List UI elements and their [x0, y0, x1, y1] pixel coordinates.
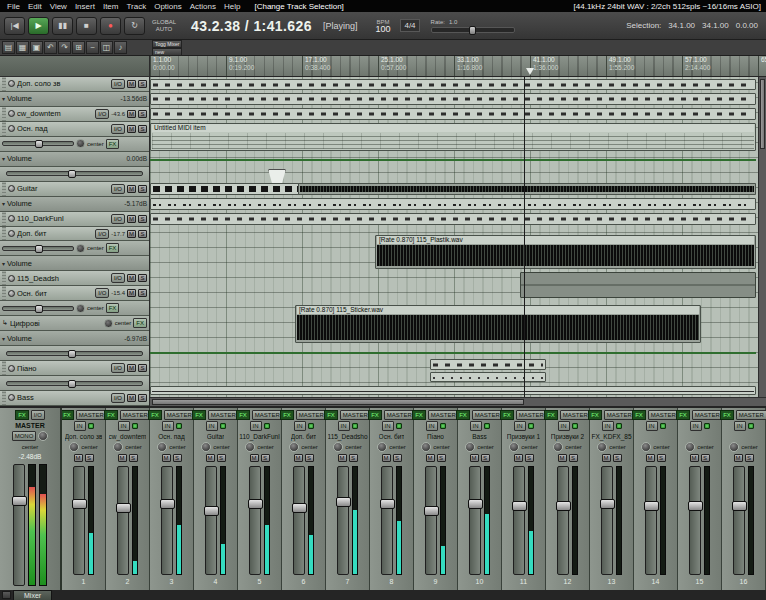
io-button[interactable]: I/O	[111, 79, 125, 89]
strip-input-button[interactable]: IN	[294, 421, 306, 431]
strip-solo-button[interactable]: S	[261, 454, 270, 462]
vertical-scrollbar[interactable]	[758, 77, 766, 397]
timeline-ruler[interactable]: 1.1.000:00.009.1.000:19.20017.1.000:38.4…	[150, 56, 766, 77]
strip-master-send-button[interactable]: MASTER	[516, 410, 547, 420]
strip-fader-handle[interactable]	[160, 499, 175, 509]
record-arm-led[interactable]	[308, 423, 314, 429]
track-grip-handle[interactable]	[2, 212, 6, 226]
fx-button[interactable]: FX	[106, 243, 120, 253]
record-arm-led[interactable]	[264, 423, 270, 429]
strip-pan-knob[interactable]	[69, 442, 79, 452]
track-name[interactable]: 115_Deadsh	[17, 274, 109, 283]
strip-name[interactable]: Доп. соло зв	[65, 432, 103, 441]
mute-button[interactable]: M	[127, 230, 136, 238]
record-arm-led[interactable]	[220, 423, 226, 429]
solo-button[interactable]: S	[138, 185, 147, 193]
strip-name[interactable]: Bass	[472, 432, 486, 441]
record-arm-led[interactable]	[88, 423, 94, 429]
strip-volume-fader[interactable]	[161, 466, 173, 575]
global-auto-label[interactable]: GLOBAL AUTO	[152, 19, 176, 33]
mixer-strip[interactable]: FXMASTERINПризвуки 2centerMS12	[546, 408, 590, 590]
strip-master-send-button[interactable]: MASTER	[164, 410, 195, 420]
record-arm-led[interactable]	[352, 423, 358, 429]
mixer-strip[interactable]: FXMASTERINcw_downtemcenterMS2	[106, 408, 150, 590]
strip-volume-fader[interactable]	[73, 466, 85, 575]
track-volume-slider[interactable]	[2, 246, 74, 251]
record-arm-button[interactable]	[8, 394, 15, 401]
strip-mute-button[interactable]: M	[250, 454, 259, 462]
track-name[interactable]: Осн. пад	[17, 124, 109, 133]
strip-solo-button[interactable]: S	[217, 454, 226, 462]
mixer-strip[interactable]: FXMASTERINДоп. битcenterMS6	[282, 408, 326, 590]
mute-button[interactable]: M	[127, 215, 136, 223]
strip-mute-button[interactable]: M	[646, 454, 655, 462]
record-arm-led[interactable]	[572, 423, 578, 429]
strip-solo-button[interactable]: S	[437, 454, 446, 462]
volume-slider-thumb[interactable]	[35, 305, 43, 313]
strip-pan-knob[interactable]	[641, 442, 651, 452]
fx-button[interactable]: FX	[133, 318, 147, 328]
strip-volume-fader[interactable]	[645, 466, 657, 575]
strip-mute-button[interactable]: M	[162, 454, 171, 462]
metronome-icon[interactable]: ♪	[114, 41, 127, 54]
strip-solo-button[interactable]: S	[349, 454, 358, 462]
strip-fx-button[interactable]: FX	[412, 410, 426, 420]
mono-button[interactable]: MONO	[12, 431, 37, 441]
track-volume-slider[interactable]	[6, 171, 143, 176]
mixer-strip[interactable]: FXMASTERINBasscenterMS10	[458, 408, 502, 590]
track-name[interactable]: Піано	[17, 364, 109, 373]
strip-volume-fader[interactable]	[733, 466, 745, 575]
strip-input-button[interactable]: IN	[382, 421, 394, 431]
io-button[interactable]: I/O	[111, 214, 125, 224]
redo-icon[interactable]: ↷	[58, 41, 71, 54]
track-volume-slider[interactable]	[6, 381, 143, 386]
envelope-icon[interactable]: ~	[86, 41, 99, 54]
master-fader-handle[interactable]	[12, 496, 27, 506]
strip-pan-knob[interactable]	[377, 442, 387, 452]
media-item[interactable]: [Rate 0.870] 115_Plastik.wav	[375, 235, 756, 269]
solo-button[interactable]: S	[138, 289, 147, 297]
horizontal-scrollbar-thumb[interactable]	[152, 399, 524, 405]
rate-slider[interactable]	[431, 27, 515, 33]
stop-button[interactable]: ■	[76, 17, 97, 35]
track-name[interactable]: Осн. бит	[17, 289, 93, 298]
strip-fader-handle[interactable]	[424, 506, 439, 516]
media-item[interactable]	[430, 359, 546, 370]
strip-input-button[interactable]: IN	[74, 421, 86, 431]
bpm-box[interactable]: BPM 100	[375, 19, 390, 33]
strip-mute-button[interactable]: M	[690, 454, 699, 462]
strip-solo-button[interactable]: S	[393, 454, 402, 462]
record-arm-button[interactable]	[8, 290, 15, 297]
strip-mute-button[interactable]: M	[382, 454, 391, 462]
strip-solo-button[interactable]: S	[481, 454, 490, 462]
strip-mute-button[interactable]: M	[74, 454, 83, 462]
track-grip-handle[interactable]	[2, 122, 6, 136]
strip-master-send-button[interactable]: MASTER	[384, 410, 415, 420]
pause-button[interactable]: ▮▮	[52, 17, 73, 35]
record-arm-led[interactable]	[484, 423, 490, 429]
strip-mute-button[interactable]: M	[514, 454, 523, 462]
track-name[interactable]: Bass	[17, 393, 109, 402]
strip-fx-button[interactable]: FX	[280, 410, 294, 420]
io-button[interactable]: I/O	[95, 229, 109, 239]
mixer-strip[interactable]: FXMASTERINПризвуки 1centerMS11	[502, 408, 546, 590]
strip-input-button[interactable]: IN	[118, 421, 130, 431]
strip-fx-button[interactable]: FX	[720, 410, 734, 420]
strip-solo-button[interactable]: S	[85, 454, 94, 462]
strip-pan-knob[interactable]	[509, 442, 519, 452]
strip-master-send-button[interactable]: MASTER	[560, 410, 591, 420]
strip-pan-knob[interactable]	[333, 442, 343, 452]
strip-solo-button[interactable]: S	[305, 454, 314, 462]
io-button[interactable]: I/O	[111, 393, 125, 403]
strip-pan-knob[interactable]	[465, 442, 475, 452]
ruler-mark[interactable]: 41.1.001:36.000	[530, 56, 558, 76]
volume-slider-thumb[interactable]	[68, 380, 76, 388]
record-arm-button[interactable]	[8, 185, 15, 192]
media-item[interactable]	[150, 386, 756, 395]
new-project-icon[interactable]: ▤	[2, 41, 15, 54]
strip-pan-knob[interactable]	[597, 442, 607, 452]
strip-volume-fader[interactable]	[205, 466, 217, 575]
strip-mute-button[interactable]: M	[294, 454, 303, 462]
mixer-strip[interactable]: FXMASTERINОсн. битcenterMS8	[370, 408, 414, 590]
strip-fader-handle[interactable]	[292, 503, 307, 513]
